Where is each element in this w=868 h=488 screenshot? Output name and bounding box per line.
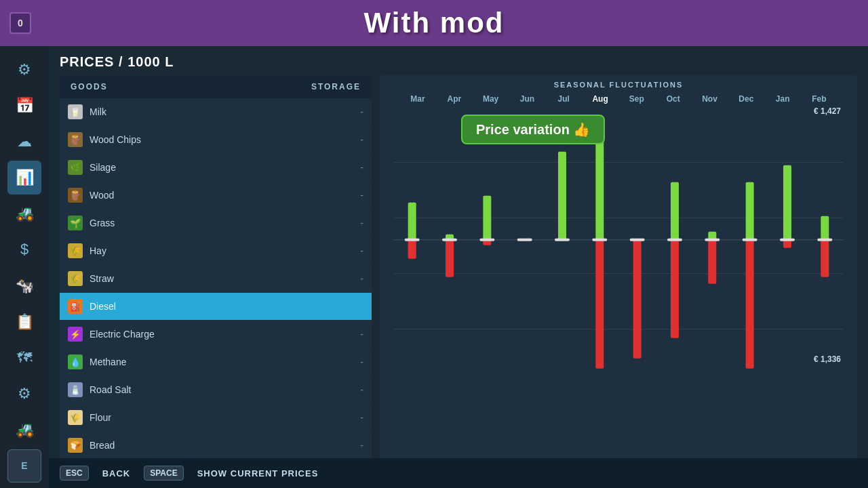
header-key: 0 bbox=[9, 12, 31, 34]
header: 0 With mod bbox=[0, 0, 868, 46]
svg-rect-18 bbox=[671, 182, 679, 240]
goods-item[interactable]: 🧂Road Salt- bbox=[60, 376, 372, 404]
goods-storage: - bbox=[360, 440, 363, 451]
bottom-bar: ESC BACK SPACE SHOW CURRENT PRICES bbox=[49, 458, 868, 488]
goods-icon: 🌾 bbox=[68, 271, 83, 286]
goods-item[interactable]: 🥛Milk- bbox=[60, 98, 372, 126]
goods-storage: - bbox=[360, 273, 363, 284]
goods-storage: - bbox=[360, 329, 363, 340]
svg-rect-29 bbox=[780, 239, 795, 241]
goods-item[interactable]: 🍞Bread- bbox=[60, 432, 372, 460]
goods-name: Flour bbox=[90, 412, 111, 423]
show-prices-action[interactable]: SHOW CURRENT PRICES bbox=[197, 468, 319, 479]
goods-name: Methane bbox=[90, 357, 126, 367]
sidebar-icon-4[interactable]: 🚜 bbox=[7, 197, 41, 230]
svg-rect-15 bbox=[592, 239, 607, 241]
chart-panel: SEASONAL FLUCTUATIONS MarAprMayJunJulAug… bbox=[380, 75, 857, 488]
goods-item[interactable]: ⚡Electric Charge- bbox=[60, 321, 372, 348]
goods-icon: 🌱 bbox=[68, 216, 83, 230]
goods-icon: 🧂 bbox=[68, 382, 83, 397]
storage-col-header: STORAGE bbox=[311, 82, 361, 92]
goods-item[interactable]: 🌾Flour- bbox=[60, 404, 372, 432]
back-action[interactable]: BACK bbox=[102, 468, 131, 479]
sidebar-icon-10[interactable]: 🚜 bbox=[7, 413, 41, 447]
months-row: MarAprMayJunJulAugSepOctNovDecJanFeb bbox=[380, 94, 857, 106]
sidebar-icon-2[interactable]: ☁ bbox=[7, 125, 41, 158]
svg-rect-31 bbox=[821, 240, 829, 277]
goods-storage: - bbox=[360, 384, 363, 395]
svg-rect-1 bbox=[408, 203, 416, 240]
sidebar-icon-0[interactable]: ⚙ bbox=[7, 53, 41, 86]
svg-rect-7 bbox=[483, 196, 491, 240]
goods-item[interactable]: 🌾Hay- bbox=[60, 237, 372, 265]
chart-section-label: SEASONAL FLUCTUATIONS bbox=[380, 75, 857, 94]
goods-name: Grass bbox=[90, 218, 115, 228]
svg-rect-24 bbox=[746, 182, 754, 240]
svg-rect-22 bbox=[708, 240, 716, 284]
goods-storage: - bbox=[360, 106, 363, 117]
sidebar-icon-6[interactable]: 🐄 bbox=[7, 269, 41, 302]
svg-rect-20 bbox=[667, 239, 682, 241]
goods-item[interactable]: 🌱Grass- bbox=[60, 209, 372, 237]
goods-storage: - bbox=[360, 357, 363, 367]
goods-item[interactable]: 🌾Straw- bbox=[60, 265, 372, 293]
goods-col-header: GOODS bbox=[71, 82, 108, 92]
sidebar-icon-9[interactable]: ⚙ bbox=[7, 377, 41, 410]
svg-rect-9 bbox=[479, 239, 494, 241]
goods-icon: 🌾 bbox=[68, 243, 83, 258]
goods-name: Wood Chips bbox=[90, 134, 141, 145]
svg-rect-3 bbox=[405, 239, 420, 241]
month-label: Dec bbox=[728, 94, 764, 104]
month-label: May bbox=[473, 94, 509, 104]
goods-icon: 🌾 bbox=[68, 410, 83, 425]
svg-rect-16 bbox=[633, 240, 642, 359]
svg-rect-19 bbox=[671, 240, 679, 338]
svg-rect-6 bbox=[442, 239, 457, 241]
svg-rect-32 bbox=[817, 239, 832, 241]
esc-key[interactable]: ESC bbox=[60, 466, 89, 481]
goods-item[interactable]: 🪵Wood- bbox=[60, 182, 372, 209]
goods-storage: - bbox=[360, 245, 363, 256]
goods-name: Diesel bbox=[90, 301, 116, 312]
sidebar-icon-1[interactable]: 📅 bbox=[7, 89, 41, 122]
goods-storage: - bbox=[360, 134, 363, 145]
goods-item[interactable]: 🌿Silage- bbox=[60, 154, 372, 182]
goods-icon: 🪵 bbox=[68, 188, 83, 203]
month-label: Aug bbox=[583, 94, 618, 104]
month-label: Sep bbox=[619, 94, 654, 104]
header-title: With mod bbox=[364, 7, 505, 39]
sidebar-icon-7[interactable]: 📋 bbox=[7, 305, 41, 338]
goods-name: Road Salt bbox=[90, 384, 131, 395]
goods-storage: - bbox=[360, 218, 363, 228]
month-label: Oct bbox=[656, 94, 691, 104]
goods-item[interactable]: ⛽Diesel bbox=[60, 293, 372, 321]
svg-rect-27 bbox=[783, 165, 791, 240]
content-area: GOODS STORAGE 🥛Milk-🪵Wood Chips-🌿Silage-… bbox=[49, 75, 868, 488]
goods-item[interactable]: 🪵Wood Chips- bbox=[60, 126, 372, 154]
goods-name: Wood bbox=[90, 190, 114, 201]
sidebar-icon-5[interactable]: $ bbox=[7, 233, 41, 266]
svg-rect-23 bbox=[705, 239, 719, 241]
month-label: Nov bbox=[692, 94, 728, 104]
month-label: Mar bbox=[400, 94, 435, 104]
main-content: PRICES / 1000 L GOODS STORAGE 🥛Milk-🪵Woo… bbox=[49, 46, 868, 488]
month-label: Feb bbox=[802, 94, 837, 104]
goods-header: GOODS STORAGE bbox=[60, 75, 372, 98]
sidebar-icon-3[interactable]: 📊 bbox=[7, 161, 41, 194]
goods-name: Electric Charge bbox=[90, 329, 155, 340]
goods-list[interactable]: 🥛Milk-🪵Wood Chips-🌿Silage-🪵Wood-🌱Grass-🌾… bbox=[60, 98, 372, 488]
sidebar-icon-8[interactable]: 🗺 bbox=[7, 341, 41, 374]
chart-area: Price variation 👍 € 1,427 € 1,336 bbox=[393, 106, 844, 384]
sidebar-icon-e[interactable]: E bbox=[7, 449, 41, 483]
goods-name: Bread bbox=[90, 440, 115, 451]
goods-item[interactable]: 💧Methane- bbox=[60, 348, 372, 376]
goods-name: Silage bbox=[90, 162, 116, 173]
goods-name: Milk bbox=[90, 106, 106, 117]
price-tooltip-text: Price variation 👍 bbox=[476, 121, 590, 138]
goods-storage: - bbox=[360, 190, 363, 201]
svg-rect-26 bbox=[743, 239, 757, 241]
space-key[interactable]: SPACE bbox=[144, 466, 183, 481]
svg-rect-13 bbox=[595, 138, 604, 240]
goods-icon: 🍞 bbox=[68, 438, 83, 453]
goods-name: Hay bbox=[90, 245, 106, 256]
